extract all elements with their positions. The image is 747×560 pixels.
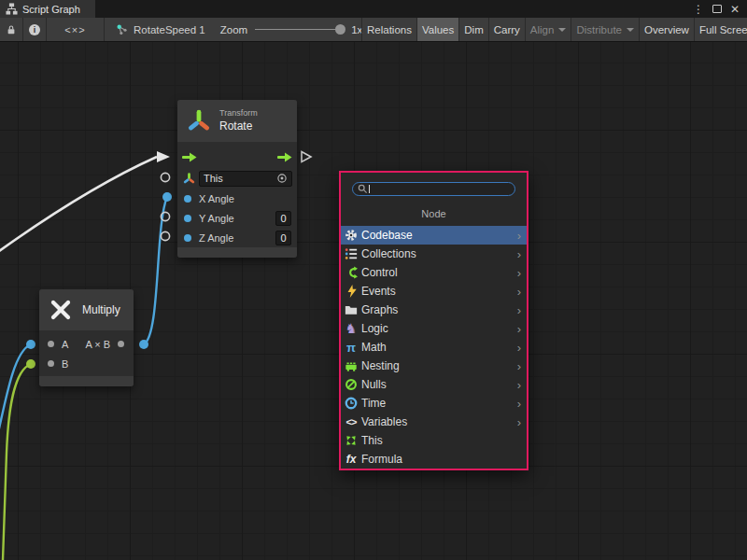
finder-item-label: Logic xyxy=(361,322,388,335)
product-port-icon[interactable] xyxy=(118,341,124,347)
rotate-z-row: Z Angle 0 xyxy=(177,228,297,247)
control-wire xyxy=(0,157,157,259)
brackets-icon: <> xyxy=(344,414,359,429)
b-label: B xyxy=(62,358,68,370)
finder-item-label: Collections xyxy=(361,247,416,260)
finder-item-label: Control xyxy=(361,266,398,279)
finder-item-variables[interactable]: <>Variables› xyxy=(341,413,527,431)
finder-item-time[interactable]: Time› xyxy=(341,394,527,413)
rotate-this-row: This xyxy=(177,168,297,189)
zoom-slider[interactable] xyxy=(255,29,344,30)
a-port-icon[interactable] xyxy=(48,341,54,347)
port-rotate-z[interactable] xyxy=(161,231,169,240)
values-button[interactable]: Values xyxy=(416,18,458,41)
tab-title: Script Graph xyxy=(22,4,80,15)
tab-script-graph[interactable]: Script Graph xyxy=(0,0,95,18)
flow-in-port-icon[interactable] xyxy=(182,152,197,162)
finder-item-collections[interactable]: Collections› xyxy=(341,245,527,263)
product-label: A × B xyxy=(85,339,110,350)
rotate-node-header[interactable]: Transform Rotate xyxy=(177,100,297,142)
chevron-right-icon: › xyxy=(517,360,521,372)
chevron-right-icon: › xyxy=(517,248,521,260)
finder-item-control[interactable]: Control› xyxy=(341,263,527,282)
zoom-control: Zoom 1x xyxy=(217,18,367,41)
breadcrumb[interactable]: RotateSpeed 1 xyxy=(105,18,217,41)
tab-bar: Script Graph ⋮ ✕ xyxy=(0,0,747,18)
overview-button[interactable]: Overview xyxy=(639,18,694,41)
text-caret xyxy=(369,185,370,193)
code-preview-button[interactable]: <×> xyxy=(47,18,105,41)
finder-item-codebase[interactable]: Codebase› xyxy=(341,226,527,245)
finder-item-nesting[interactable]: Nesting› xyxy=(341,357,527,375)
object-picker-icon[interactable] xyxy=(276,173,288,184)
chevron-right-icon: › xyxy=(517,323,521,335)
node-multiply[interactable]: Multiply A A × B B xyxy=(39,289,134,386)
chevron-right-icon: › xyxy=(517,416,521,428)
pi-icon: π xyxy=(344,340,359,355)
finder-item-this[interactable]: This xyxy=(341,431,527,450)
breadcrumb-label: RotateSpeed 1 xyxy=(134,24,205,35)
finder-item-label: Math xyxy=(361,341,387,354)
finder-item-label: Codebase xyxy=(361,229,413,242)
distribute-dropdown[interactable]: Distribute xyxy=(571,18,639,41)
folder-icon xyxy=(344,302,359,317)
b-port-icon[interactable] xyxy=(48,360,54,367)
multiply-icon xyxy=(49,298,73,322)
z-angle-value-field[interactable]: 0 xyxy=(275,231,291,245)
zoom-slider-handle[interactable] xyxy=(335,24,345,35)
toolbar-left: i <×> RotateSpeed 1 Zoom 1x xyxy=(0,18,361,41)
y-angle-label: Y Angle xyxy=(199,213,262,224)
info-icon: i xyxy=(29,24,40,35)
chevron-right-icon: › xyxy=(517,230,521,242)
finder-item-formula[interactable]: fxFormula xyxy=(341,450,527,469)
align-dropdown[interactable]: Align xyxy=(525,18,571,41)
finder-list: Codebase›Collections›Control›Events›Grap… xyxy=(341,226,527,469)
maximize-icon[interactable] xyxy=(712,5,722,13)
close-icon[interactable]: ✕ xyxy=(730,4,740,15)
finder-search-box[interactable] xyxy=(352,182,515,196)
clock-icon xyxy=(344,396,359,411)
this-object-field[interactable]: This xyxy=(199,171,292,187)
collections-icon xyxy=(344,246,359,261)
finder-item-math[interactable]: πMath› xyxy=(341,338,527,357)
graph-canvas[interactable]: Transform Rotate This xyxy=(0,42,747,560)
port-multiply-b-connected[interactable] xyxy=(26,359,35,369)
window-menu-icon[interactable]: ⋮ xyxy=(693,4,704,15)
node-transform-rotate[interactable]: Transform Rotate This xyxy=(177,100,297,258)
finder-item-label: Events xyxy=(361,285,396,298)
dim-button[interactable]: Dim xyxy=(458,18,487,41)
lock-button[interactable] xyxy=(0,18,23,41)
finder-item-label: Nesting xyxy=(361,359,400,372)
carry-button[interactable]: Carry xyxy=(488,18,525,41)
y-angle-value-field[interactable]: 0 xyxy=(275,211,291,226)
port-multiply-a-connected[interactable] xyxy=(26,340,35,349)
zoom-label: Zoom xyxy=(220,24,247,35)
toolbar-right: Relations Values Dim Carry Align Distrib… xyxy=(361,18,747,41)
port-rotate-this[interactable] xyxy=(161,173,169,181)
z-angle-port-icon[interactable] xyxy=(184,234,191,242)
multiply-node-header[interactable]: Multiply xyxy=(39,289,134,330)
multiply-node-footer xyxy=(39,376,134,386)
x-angle-port-icon[interactable] xyxy=(184,195,191,203)
finder-item-events[interactable]: Events› xyxy=(341,282,527,301)
knight-icon: ♞ xyxy=(344,321,359,336)
port-rotate-control-out[interactable] xyxy=(302,152,311,162)
finder-item-graphs[interactable]: Graphs› xyxy=(341,301,527,319)
rotate-flow-row xyxy=(177,146,297,168)
finder-item-label: Time xyxy=(361,397,386,410)
flow-out-port-icon[interactable] xyxy=(277,152,292,162)
fullscreen-button[interactable]: Full Screen xyxy=(694,18,747,41)
port-multiply-out-connected[interactable] xyxy=(139,340,148,349)
relations-button[interactable]: Relations xyxy=(361,18,416,41)
port-rotate-x-connected[interactable] xyxy=(162,192,172,202)
finder-item-nulls[interactable]: Nulls› xyxy=(341,375,527,394)
node-title: Rotate xyxy=(219,119,258,133)
value-wire-product xyxy=(144,197,167,344)
finder-search-input[interactable] xyxy=(373,184,510,195)
chevron-right-icon: › xyxy=(517,267,521,279)
finder-item-logic[interactable]: ♞Logic› xyxy=(341,319,527,338)
y-angle-port-icon[interactable] xyxy=(184,215,191,222)
info-button[interactable]: i xyxy=(23,18,47,41)
value-wire-a xyxy=(0,344,31,446)
control-wire-arrowhead xyxy=(157,151,170,162)
